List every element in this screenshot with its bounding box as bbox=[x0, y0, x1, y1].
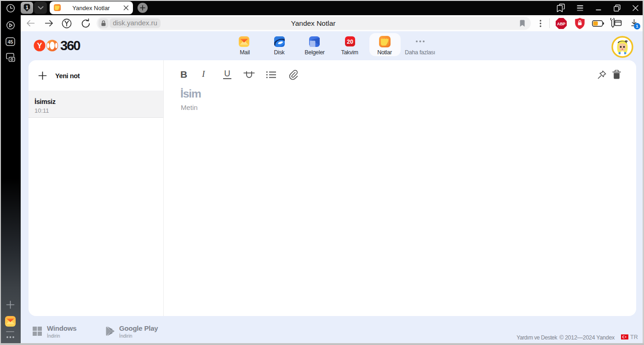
svg-text:45: 45 bbox=[8, 39, 13, 45]
svg-text:360: 360 bbox=[60, 39, 80, 52]
svg-text:1: 1 bbox=[26, 5, 29, 10]
svg-text:Y: Y bbox=[37, 41, 42, 50]
svg-text:20: 20 bbox=[347, 39, 353, 45]
svg-text:ABP: ABP bbox=[557, 22, 565, 26]
